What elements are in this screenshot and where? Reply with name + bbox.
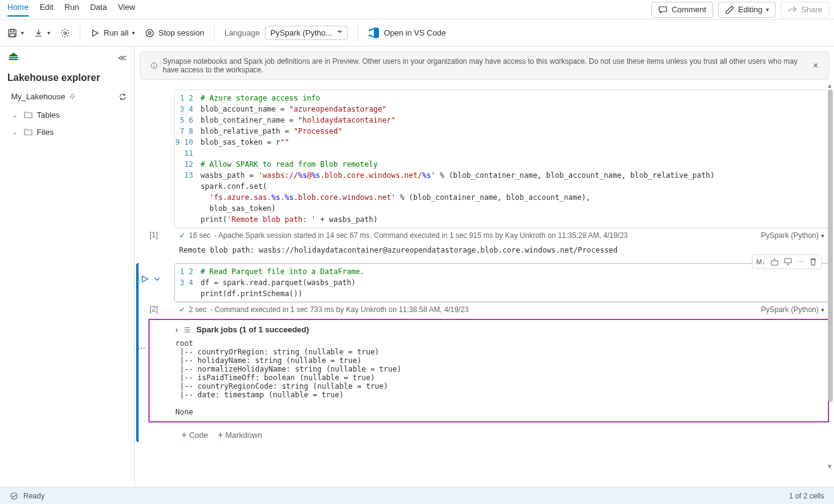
- add-markdown-cell-button[interactable]: +Markdown: [218, 430, 262, 440]
- language-value: PySpark (Pytho...: [270, 28, 332, 37]
- folder-icon: [23, 110, 33, 120]
- menu-run[interactable]: Run: [64, 2, 79, 17]
- svg-rect-7: [9, 57, 18, 58]
- cell-language-select[interactable]: PySpark (Python) ▾: [761, 305, 824, 314]
- menubar-left: Home Edit Run Data View: [5, 2, 135, 17]
- lakehouse-label: My_Lakehouse: [11, 92, 65, 101]
- svg-rect-8: [9, 59, 18, 60]
- tree-files[interactable]: ⌄ Files: [0, 123, 134, 140]
- open-vscode-button[interactable]: Open in VS Code: [368, 28, 446, 39]
- success-icon: ✓: [179, 231, 185, 240]
- comment-label: Comment: [671, 5, 706, 14]
- success-icon: ✓: [179, 305, 185, 314]
- share-icon: [787, 5, 797, 15]
- info-icon: [150, 61, 158, 70]
- chevron-down-icon: ▾: [47, 29, 50, 36]
- convert-markdown-button[interactable]: M↓: [756, 258, 765, 265]
- editing-button[interactable]: Editing ▾: [718, 2, 776, 18]
- cell-lang-label: PySpark (Python): [761, 231, 819, 240]
- schema-output: root |-- countryOrRegion: string (nullab…: [175, 339, 821, 416]
- edit-icon: [725, 5, 735, 15]
- add-above-icon[interactable]: [770, 258, 779, 266]
- toolbar: ▾ ▾ Run all ▾ Stop session Language PySp…: [0, 20, 834, 47]
- svg-rect-10: [771, 261, 778, 265]
- lakehouse-row[interactable]: My_Lakehouse: [0, 87, 134, 106]
- cell-output: Remote blob path: wasbs://holidaydatacon…: [174, 242, 829, 258]
- svg-rect-3: [10, 34, 15, 37]
- run-cell-icon[interactable]: [140, 274, 150, 284]
- menu-data[interactable]: Data: [90, 2, 107, 17]
- cell-language-select[interactable]: PySpark (Python) ▾: [761, 231, 824, 240]
- share-label: Share: [801, 5, 822, 14]
- ready-icon: [10, 492, 18, 500]
- cell-counter: 1 of 2 cells: [789, 492, 824, 500]
- scroll-up-icon[interactable]: ▲: [827, 82, 833, 89]
- active-indicator: [136, 263, 139, 442]
- output-options-icon[interactable]: ⋯: [137, 343, 145, 353]
- cells-container: 1 2 3 4 5 6 7 8 9 10 11 12 13 # Azure st…: [135, 85, 834, 452]
- chevron-down-icon: ▾: [821, 307, 824, 313]
- menu-view[interactable]: View: [118, 2, 135, 17]
- stop-icon: [145, 28, 155, 38]
- cell-input[interactable]: 1 2 3 4 5 6 7 8 9 10 11 12 13 # Azure st…: [174, 90, 829, 228]
- spark-jobs-output: ⋯ › Spark jobs (1 of 1 succeeded) root |…: [148, 319, 829, 422]
- save-button[interactable]: ▾: [7, 28, 24, 38]
- status-text: - Apache Spark session started in 14 sec…: [214, 231, 627, 240]
- menubar-right: Comment Editing ▾ Share: [651, 2, 829, 18]
- divider: [214, 26, 215, 40]
- exec-count: [1]: [150, 231, 158, 239]
- code-cell-1: 1 2 3 4 5 6 7 8 9 10 11 12 13 # Azure st…: [174, 90, 829, 258]
- scrollbar[interactable]: [828, 90, 833, 402]
- pin-icon[interactable]: [69, 93, 76, 101]
- svg-rect-11: [785, 259, 792, 263]
- code-editor[interactable]: # Read Parquet file into a DataFrame. df…: [198, 264, 828, 302]
- status-bar: Ready 1 of 2 cells: [0, 487, 834, 504]
- svg-rect-0: [659, 7, 667, 12]
- download-button[interactable]: ▾: [34, 28, 50, 38]
- download-icon: [34, 28, 44, 38]
- main-area: ≪ Lakehouse explorer My_Lakehouse ⌄ Tabl…: [0, 47, 834, 487]
- chevron-down-icon: ▾: [766, 6, 769, 13]
- duration: 16 sec: [189, 231, 210, 240]
- comment-button[interactable]: Comment: [651, 2, 713, 18]
- cell-input[interactable]: 1 2 3 4 # Read Parquet file into a DataF…: [174, 263, 829, 302]
- runall-button[interactable]: Run all ▾: [90, 28, 135, 38]
- sidebar-title: Lakehouse explorer: [0, 69, 134, 87]
- tree-tables[interactable]: ⌄ Tables: [0, 106, 134, 123]
- add-below-icon[interactable]: [784, 258, 792, 266]
- runall-label: Run all: [104, 28, 128, 37]
- language-label: Language: [224, 28, 260, 37]
- spark-jobs-header[interactable]: › Spark jobs (1 of 1 succeeded): [175, 325, 821, 334]
- collapse-sidebar-button[interactable]: ≪: [118, 53, 127, 63]
- stop-button[interactable]: Stop session: [145, 28, 204, 38]
- play-icon: [90, 28, 100, 38]
- menu-edit[interactable]: Edit: [40, 2, 53, 17]
- status-text: - Command executed in 1 sec 733 ms by Ka…: [210, 305, 469, 314]
- chevron-down-icon: ▾: [821, 232, 824, 239]
- more-icon[interactable]: ⋯: [797, 258, 804, 266]
- code-editor[interactable]: # Azure storage access info blob_account…: [198, 90, 828, 227]
- gear-icon: [60, 28, 70, 38]
- cell-status-bar: ✓ 2 sec - Command executed in 1 sec 733 …: [174, 302, 829, 316]
- delete-icon[interactable]: [809, 258, 817, 266]
- run-below-icon[interactable]: [152, 274, 162, 284]
- divider: [358, 26, 358, 40]
- refresh-icon[interactable]: [118, 93, 127, 101]
- sidebar: ≪ Lakehouse explorer My_Lakehouse ⌄ Tabl…: [0, 47, 135, 487]
- scroll-down-icon[interactable]: ▼: [827, 463, 833, 470]
- language-select[interactable]: PySpark (Pytho...: [265, 26, 348, 40]
- tables-label: Tables: [37, 110, 60, 120]
- svg-point-5: [146, 29, 153, 37]
- cell-run-controls: [140, 274, 162, 284]
- settings-button[interactable]: [60, 28, 70, 38]
- chevron-down-icon: ⌄: [12, 129, 20, 136]
- banner-close-button[interactable]: ✕: [813, 61, 819, 70]
- exec-count: [2]: [150, 305, 158, 313]
- add-code-cell-button[interactable]: +Code: [182, 430, 208, 440]
- editing-label: Editing: [738, 5, 763, 14]
- menu-home[interactable]: Home: [7, 2, 29, 17]
- line-gutter: 1 2 3 4 5 6 7 8 9 10 11 12 13: [175, 90, 198, 227]
- list-icon: [183, 326, 191, 334]
- files-label: Files: [37, 128, 53, 137]
- add-markdown-label: Markdown: [225, 430, 262, 440]
